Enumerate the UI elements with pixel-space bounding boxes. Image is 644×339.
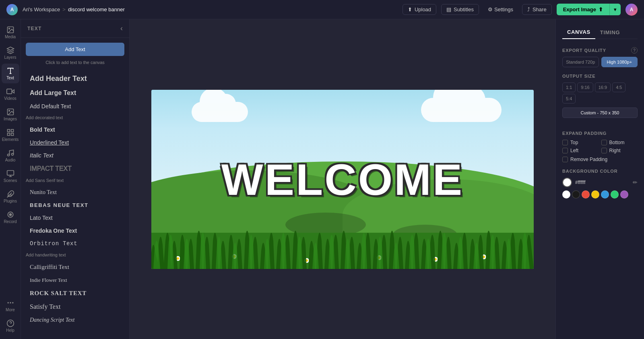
color-swatches <box>562 190 638 198</box>
icon-sidebar: Media Layers Text Videos Images Elements… <box>0 19 21 339</box>
right-panel: CANVAS TIMING EXPORT QUALITY ? Standard … <box>555 19 644 339</box>
quality-standard-button[interactable]: Standard 720p <box>562 57 599 67</box>
tab-canvas[interactable]: CANVAS <box>562 26 595 39</box>
grass-svg <box>151 221 534 269</box>
sidebar-item-help[interactable]: Help <box>2 316 19 336</box>
sidebar-item-images[interactable]: Images <box>2 105 19 124</box>
quality-help-icon[interactable]: ? <box>631 47 638 54</box>
export-quality-label: EXPORT QUALITY <box>562 48 606 53</box>
remove-padding[interactable]: Remove Padding <box>562 157 638 162</box>
text-item-underlined[interactable]: Underlined Text <box>26 136 124 149</box>
text-item-large[interactable]: Add Large Text <box>26 86 124 100</box>
share-button[interactable]: ⤴ Share <box>522 4 552 15</box>
swatch-green[interactable] <box>611 190 619 198</box>
bg-color-edit-button[interactable]: ✏ <box>633 179 638 186</box>
text-item-orbitron[interactable]: Orbitron Text <box>26 237 124 250</box>
decorated-section-label: Add decorated text <box>26 115 124 120</box>
sans-serif-section-label: Add Sans Serif text <box>26 178 124 183</box>
padding-bottom-checkbox[interactable] <box>601 140 607 145</box>
export-button[interactable]: Export Image ⬆ <box>557 4 609 15</box>
size-1-1-button[interactable]: 1:1 <box>562 83 576 92</box>
settings-button[interactable]: ⚙ Settings <box>484 4 517 14</box>
text-item-bold[interactable]: Bold Text <box>26 123 124 136</box>
swatch-blue[interactable] <box>601 190 609 198</box>
text-panel-collapse-button[interactable]: ‹ <box>120 24 123 33</box>
text-item-calligriffiti[interactable]: Calligriffiti Text <box>26 260 124 274</box>
output-size-label: OUTPUT SIZE <box>562 74 638 79</box>
export-quality-row: EXPORT QUALITY ? <box>562 47 638 54</box>
padding-left-checkbox[interactable] <box>562 148 568 153</box>
text-item-nunito[interactable]: Nunito Text <box>26 186 124 199</box>
padding-top-label: Top <box>570 140 578 145</box>
sidebar-item-record[interactable]: Record <box>2 207 19 227</box>
sidebar-item-scenes[interactable]: Scenes <box>2 166 19 186</box>
size-16-9-button[interactable]: 16:9 <box>595 83 611 92</box>
add-text-hint: Click to add text to the canvas <box>26 60 124 65</box>
text-item-impact[interactable]: Impact Text <box>26 162 124 176</box>
swatch-purple[interactable] <box>620 190 628 198</box>
text-item-lato[interactable]: Lato Text <box>26 211 124 224</box>
app-logo: A <box>6 4 18 15</box>
expand-padding-label: EXPAND PADDING <box>562 131 638 136</box>
quality-high-button[interactable]: High 1080p+ <box>601 57 638 67</box>
svg-point-14 <box>11 153 13 155</box>
bg-color-row: #ffffff ✏ <box>562 178 638 187</box>
svg-point-21 <box>9 214 11 216</box>
project-name: discord welcome banner <box>68 6 125 12</box>
padding-bottom-label: Bottom <box>609 140 625 145</box>
upload-button[interactable]: ⬆ Upload <box>402 4 436 15</box>
sidebar-item-videos[interactable]: Videos <box>2 84 19 104</box>
text-item-italic[interactable]: Italic Text <box>26 149 124 162</box>
bg-color-circle[interactable] <box>562 178 572 187</box>
padding-left-label: Left <box>570 148 578 153</box>
sidebar-item-plugins[interactable]: Plugins <box>2 187 19 207</box>
text-item-fredoka[interactable]: Fredoka One Text <box>26 224 124 237</box>
text-item-bebas[interactable]: BEBAS NEUE TEXT <box>26 199 124 211</box>
tab-timing[interactable]: TIMING <box>595 26 625 39</box>
sidebar-item-elements[interactable]: Elements <box>2 125 19 145</box>
sidebar-item-audio[interactable]: Audio <box>2 146 19 165</box>
main-layout: Media Layers Text Videos Images Elements… <box>0 19 644 339</box>
add-text-button[interactable]: Add Text <box>26 43 124 56</box>
padding-bottom[interactable]: Bottom <box>601 140 638 145</box>
export-icon: ⬆ <box>599 6 603 12</box>
canvas-area: WELCOME <box>130 19 555 339</box>
text-item-rock-salt[interactable]: Rock Salt Text <box>26 287 124 300</box>
text-item-indie-flower[interactable]: Indie Flower Text <box>26 274 124 287</box>
quality-buttons: Standard 720p High 1080p+ <box>562 57 638 67</box>
padding-right-checkbox[interactable] <box>601 148 607 153</box>
size-4-5-button[interactable]: 4:5 <box>612 83 625 92</box>
text-item-default[interactable]: Add Default Text <box>26 100 124 113</box>
canvas[interactable]: WELCOME <box>151 90 534 269</box>
svg-point-24 <box>8 302 8 303</box>
svg-rect-10 <box>11 130 13 132</box>
topbar: A Ari's Workspace > discord welcome bann… <box>0 0 644 19</box>
text-item-satisfy[interactable]: Satisfy Text <box>26 300 124 314</box>
text-item-header[interactable]: Add Header Text <box>26 71 124 86</box>
padding-top-checkbox[interactable] <box>562 140 568 145</box>
padding-right-label: Right <box>609 148 621 153</box>
text-item-dancing-script[interactable]: Dancing Script Text <box>26 314 124 327</box>
swatch-white[interactable] <box>562 190 570 198</box>
sidebar-item-text[interactable]: Text <box>2 64 19 83</box>
svg-rect-12 <box>7 133 10 136</box>
canvas-wrapper: WELCOME <box>151 90 534 269</box>
sidebar-item-more[interactable]: More <box>2 296 19 315</box>
export-dropdown-button[interactable]: ▾ <box>609 4 621 15</box>
size-9-16-button[interactable]: 9:16 <box>577 83 593 92</box>
custom-size-button[interactable]: Custom - 750 x 350 <box>562 107 638 118</box>
padding-top[interactable]: Top <box>562 140 599 145</box>
swatch-yellow[interactable] <box>591 190 599 198</box>
sidebar-item-layers[interactable]: Layers <box>2 43 19 63</box>
padding-right[interactable]: Right <box>601 148 638 153</box>
workspace-link[interactable]: Ari's Workspace <box>23 6 60 12</box>
size-5-4-button[interactable]: 5:4 <box>562 94 576 103</box>
sidebar-item-media[interactable]: Media <box>2 23 19 42</box>
swatch-black[interactable] <box>572 190 580 198</box>
subtitles-button[interactable]: ▤ Subtitles <box>441 4 479 15</box>
padding-left[interactable]: Left <box>562 148 599 153</box>
breadcrumb: Ari's Workspace > discord welcome banner <box>23 6 125 12</box>
welcome-text[interactable]: WELCOME <box>221 154 464 205</box>
swatch-red[interactable] <box>582 190 590 198</box>
remove-padding-checkbox[interactable] <box>562 157 568 162</box>
